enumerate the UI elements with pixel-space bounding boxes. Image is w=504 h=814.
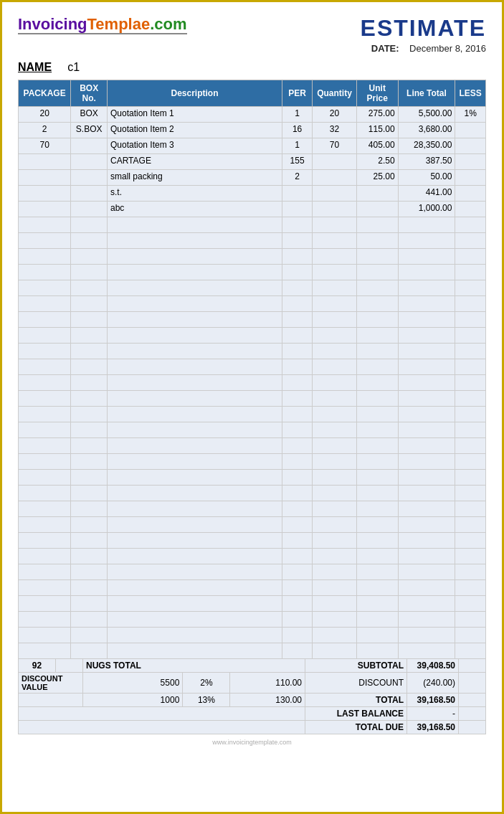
table-row [19,533,486,549]
table-row [19,407,486,422]
date-value: December 8, 2016 [409,43,486,54]
footer-table: 92 NUGS TOTAL SUBTOTAL 39,408.50 DISCOUN… [18,658,486,734]
col-header-quantity: Quantity [313,80,357,107]
last-balance-row: LAST BALANCE - [19,707,486,721]
table-row [19,628,486,643]
table-row [19,580,486,596]
date-label: DATE: [371,43,399,54]
col-header-unit-price: Unit Price [356,80,398,107]
discount-row2-amt: 130.00 [230,694,305,707]
main-table: PACKAGE BOX No. Description PER Quantity… [18,80,486,659]
header-right: ESTIMATE DATE: December 8, 2016 [361,15,486,54]
logo-invoicing: Invoicing [18,15,87,33]
discount-row2-val: 1000 [83,694,183,707]
nugs-total-qty: 92 [19,659,56,673]
table-row [19,280,486,296]
date-line: DATE: December 8, 2016 [361,43,486,54]
last-balance-less-empty [459,707,486,721]
discount-row1-amt: 110.00 [230,673,305,694]
total-due-value: 39,168.50 [407,721,459,734]
col-header-line-total: Line Total [398,80,455,107]
discount-value-label: DISCOUNT VALUE [19,673,83,694]
logo-template: Templae [87,15,151,33]
nugs-total-row: 92 NUGS TOTAL SUBTOTAL 39,408.50 [19,659,486,673]
discount-row-2: 1000 13% 130.00 TOTAL 39,168.50 [19,694,486,707]
last-balance-empty [19,707,305,721]
nugs-total-box-empty [56,659,83,673]
table-row: CARTAGE1552.50387.50 [19,154,486,170]
table-row [19,296,486,312]
table-row [19,359,486,375]
col-header-per: PER [282,80,313,107]
table-row [19,438,486,454]
logo-com: .com [150,15,186,33]
table-row [19,486,486,501]
discount-row-1: DISCOUNT VALUE 5500 2% 110.00 DISCOUNT (… [19,673,486,694]
table-row [19,643,486,659]
table-row [19,344,486,359]
discount-less-empty [459,673,486,694]
table-row [19,312,486,328]
logo: InvoicingTemplae.com [18,15,187,34]
table-row: 70Quotation Item 3170405.0028,350.00 [19,138,486,154]
table-row [19,422,486,438]
table-row: small packing225.0050.00 [19,170,486,186]
last-balance-value: - [407,707,459,721]
table-row [19,501,486,517]
subtotal-value: 39,408.50 [407,659,459,673]
table-row [19,454,486,470]
table-row [19,470,486,486]
estimate-title: ESTIMATE [361,15,486,42]
discount-row2-pct: 13% [183,694,230,707]
table-row [19,564,486,580]
table-row [19,375,486,391]
table-row [19,265,486,280]
last-balance-label: LAST BALANCE [305,707,407,721]
discount-label: DISCOUNT [305,673,407,694]
total-value: 39,168.50 [407,694,459,707]
table-row: 20BOXQuotation Item 1120275.005,500.001% [19,107,486,123]
name-label: NAME [18,61,52,73]
col-header-less: LESS [455,80,486,107]
col-header-package: PACKAGE [19,80,71,107]
watermark: www.invoicingtemplate.com [18,739,486,746]
table-row [19,233,486,249]
table-row: s.t.441.00 [19,186,486,202]
table-row: 2S.BOXQuotation Item 21632115.003,680.00 [19,123,486,138]
table-row [19,217,486,233]
col-header-box: BOX No. [71,80,108,107]
discount-row2-less-empty [459,694,486,707]
name-row: NAME c1 [18,61,486,74]
table-row [19,328,486,344]
subtotal-label: SUBTOTAL [305,659,407,673]
discount-row1-val: 5500 [83,673,183,694]
total-due-row: TOTAL DUE 39,168.50 [19,721,486,734]
nugs-total-label: NUGS TOTAL [83,659,305,673]
total-due-label: TOTAL DUE [305,721,407,734]
table-row [19,549,486,564]
total-due-less-empty [459,721,486,734]
table-row: abc1,000.00 [19,202,486,217]
total-label: TOTAL [305,694,407,707]
col-header-description: Description [108,80,282,107]
table-row [19,596,486,612]
page: InvoicingTemplae.com ESTIMATE DATE: Dece… [0,0,504,814]
total-due-empty [19,721,305,734]
nugs-less-empty [459,659,486,673]
discount-total: (240.00) [407,673,459,694]
discount-row2-empty [19,694,83,707]
table-row [19,249,486,265]
table-row [19,391,486,407]
table-row [19,517,486,533]
name-value: c1 [67,61,80,73]
table-row [19,612,486,628]
header: InvoicingTemplae.com ESTIMATE DATE: Dece… [18,15,486,54]
discount-row1-pct: 2% [183,673,230,694]
